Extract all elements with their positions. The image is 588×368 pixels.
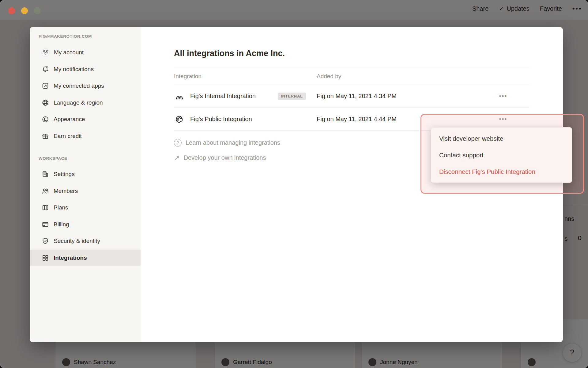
column-header-integration: Integration [174, 73, 202, 80]
added-by-value: Fig on May 11, 2021 4:34 PM [317, 93, 397, 100]
settings-sidebar: FIG@MAKENOTION.COM My account [30, 27, 141, 342]
sidebar-item-integrations[interactable]: Integrations [30, 250, 141, 266]
table-header: Integration Added by [174, 68, 530, 85]
row-more-button[interactable]: ••• [492, 93, 514, 100]
sidebar-item-appearance[interactable]: Appearance [30, 111, 141, 128]
integration-context-menu: Visit developer website Contact support … [431, 127, 572, 183]
sidebar-item-settings[interactable]: Settings [30, 166, 141, 183]
sidebar-item-label: Integrations [54, 255, 87, 261]
map-icon [41, 204, 49, 212]
sidebar-item-security-identity[interactable]: Security & identity [30, 233, 141, 250]
link-label: Develop your own integrations [183, 154, 266, 161]
sidebar-item-billing[interactable]: Billing [30, 216, 141, 233]
integration-name: Fig's Internal Integration [190, 93, 256, 100]
sidebar-item-label: Language & region [54, 99, 103, 106]
globe-icon [41, 99, 49, 107]
credit-card-icon [41, 220, 49, 228]
added-by-value: Fig on May 11, 2021 4:44 PM [317, 116, 397, 123]
sidebar-item-label: Billing [54, 221, 69, 228]
sidebar-item-label: Earn credit [54, 133, 82, 140]
table-row: Fig's Internal Integration INTERNAL Fig … [174, 85, 530, 108]
sidebar-item-members[interactable]: Members [30, 183, 141, 200]
menu-item-visit-developer-website[interactable]: Visit developer website [431, 130, 572, 147]
integration-name: Fig's Public Integration [190, 116, 252, 123]
sidebar-item-label: My account [54, 49, 84, 56]
sidebar-item-label: Settings [54, 171, 75, 178]
question-circle-icon: ? [174, 139, 182, 147]
sidebar-item-my-notifications[interactable]: My notifications [30, 61, 141, 78]
minimize-window-button[interactable] [21, 7, 28, 14]
internal-badge: INTERNAL [278, 93, 306, 100]
column-header-added-by: Added by [317, 73, 341, 80]
close-window-button[interactable] [8, 7, 15, 14]
sidebar-item-label: Appearance [54, 116, 85, 123]
app-window: Share ✓ Updates Favorite ••• Shawn Sanch… [0, 0, 588, 368]
arches-doodle-icon [175, 91, 184, 101]
settings-dialog: FIG@MAKENOTION.COM My account [30, 27, 563, 342]
workspace-section-header: WORKSPACE [39, 156, 67, 161]
account-email-header: FIG@MAKENOTION.COM [39, 34, 92, 39]
sidebar-item-label: Members [54, 188, 78, 194]
sidebar-item-label: Security & identity [54, 238, 100, 244]
sidebar-item-label: Plans [54, 204, 68, 211]
bell-icon [41, 65, 49, 73]
develop-integrations-link[interactable]: ↗ Develop your own integrations [174, 154, 266, 161]
sidebar-item-my-account[interactable]: My account [30, 44, 141, 61]
shield-check-icon [41, 237, 49, 245]
sidebar-item-language-region[interactable]: Language & region [30, 94, 141, 111]
ellipsis-icon: ••• [499, 116, 507, 122]
workspace-settings-list: Settings Members [30, 166, 141, 266]
koala-avatar [41, 48, 50, 57]
integrations-panel: All integrations in Acme Inc. Integratio… [141, 27, 563, 342]
palette-doodle-icon [175, 114, 184, 124]
learn-managing-integrations-link[interactable]: ? Learn about managing integrations [174, 139, 280, 147]
sidebar-item-plans[interactable]: Plans [30, 199, 141, 216]
screenshot-root: Share ✓ Updates Favorite ••• Shawn Sanch… [0, 0, 588, 368]
sidebar-item-earn-credit[interactable]: Earn credit [30, 128, 141, 145]
menu-item-contact-support[interactable]: Contact support [431, 147, 572, 163]
row-more-button[interactable]: ••• [492, 116, 514, 123]
external-link-square-icon [41, 82, 49, 90]
moon-icon [41, 115, 49, 123]
sidebar-item-label: My connected apps [54, 82, 104, 89]
sidebar-item-label: My notifications [54, 66, 94, 73]
gift-icon [41, 132, 49, 140]
menu-item-disconnect-integration[interactable]: Disconnect Fig's Public Integration [431, 163, 572, 180]
page-title: All integrations in Acme Inc. [174, 49, 285, 58]
ellipsis-icon: ••• [499, 93, 507, 99]
zoom-window-button[interactable] [34, 7, 41, 14]
people-icon [41, 187, 49, 195]
grid-icon [41, 254, 49, 262]
building-icon [41, 170, 49, 178]
arrow-up-right-icon: ↗ [174, 155, 179, 161]
account-settings-list: My account My notifications [30, 44, 141, 144]
traffic-lights [8, 7, 41, 14]
sidebar-item-my-connected-apps[interactable]: My connected apps [30, 78, 141, 94]
link-label: Learn about managing integrations [186, 139, 280, 146]
